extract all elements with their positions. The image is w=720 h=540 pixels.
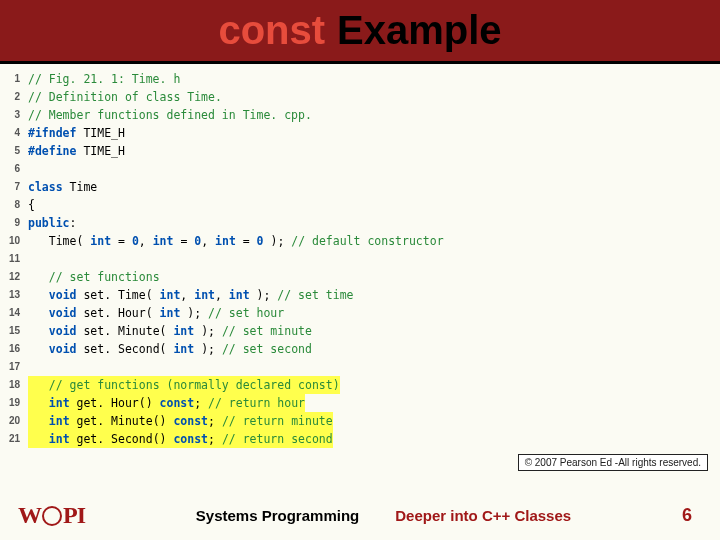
code-token: const <box>173 414 208 428</box>
code-token: , <box>215 288 229 302</box>
code-content: Time( int = 0, int = 0, int = 0 ); // de… <box>28 232 444 250</box>
title-keyword: const <box>218 8 325 53</box>
line-number: 19 <box>0 394 28 412</box>
code-token: // Definition of class Time. <box>28 90 222 104</box>
code-token: void <box>49 324 77 338</box>
line-number: 10 <box>0 232 28 250</box>
code-line: 16 void set. Second( int ); // set secon… <box>0 340 720 358</box>
code-token: 0 <box>257 234 264 248</box>
code-token: int <box>90 234 111 248</box>
code-content: int get. Minute() const; // return minut… <box>28 412 333 430</box>
code-token: int <box>49 414 70 428</box>
code-token: // set functions <box>49 270 160 284</box>
logo-letter: PI <box>63 502 85 529</box>
code-line: 2// Definition of class Time. <box>0 88 720 106</box>
code-token: ); <box>194 342 222 356</box>
code-token: // return hour <box>208 396 305 410</box>
code-token: ; <box>208 432 222 446</box>
code-line: 7class Time <box>0 178 720 196</box>
wpi-logo: WPI <box>18 502 85 529</box>
code-line: 5#define TIME_H <box>0 142 720 160</box>
code-token: int <box>49 396 70 410</box>
code-token: ; <box>194 396 208 410</box>
line-number: 4 <box>0 124 28 142</box>
code-token: ; <box>208 414 222 428</box>
highlighted-code: int get. Second() const; // return secon… <box>28 430 333 448</box>
line-number: 6 <box>0 160 28 178</box>
code-token: // Fig. 21. 1: Time. h <box>28 72 180 86</box>
code-token: = <box>236 234 257 248</box>
code-content: #ifndef TIME_H <box>28 124 125 142</box>
code-token: // return second <box>222 432 333 446</box>
line-number: 17 <box>0 358 28 376</box>
code-token: int <box>173 342 194 356</box>
code-token: Time <box>70 180 98 194</box>
code-line: 18 // get functions (normally declared c… <box>0 376 720 394</box>
code-line: 10 Time( int = 0, int = 0, int = 0 ); //… <box>0 232 720 250</box>
line-number: 2 <box>0 88 28 106</box>
code-listing: 1// Fig. 21. 1: Time. h2// Definition of… <box>0 64 720 448</box>
code-token <box>28 342 49 356</box>
code-token: void <box>49 288 77 302</box>
logo-letter: W <box>18 502 41 529</box>
footer-label-right: Deeper into C++ Classes <box>395 507 571 524</box>
code-token: , <box>139 234 153 248</box>
code-line: 1// Fig. 21. 1: Time. h <box>0 70 720 88</box>
code-token: // Member functions defined in Time. cpp… <box>28 108 312 122</box>
code-line: 4#ifndef TIME_H <box>0 124 720 142</box>
line-number: 16 <box>0 340 28 358</box>
code-line: 6 <box>0 160 720 178</box>
code-token <box>28 288 49 302</box>
code-content: // Fig. 21. 1: Time. h <box>28 70 180 88</box>
line-number: 8 <box>0 196 28 214</box>
highlighted-code: // get functions (normally declared cons… <box>28 376 340 394</box>
code-token: public <box>28 216 70 230</box>
code-token <box>28 396 49 410</box>
code-token: set. Minute( <box>76 324 173 338</box>
code-token: { <box>28 198 35 212</box>
code-token: = <box>111 234 132 248</box>
code-line: 3// Member functions defined in Time. cp… <box>0 106 720 124</box>
line-number: 11 <box>0 250 28 268</box>
code-content: void set. Minute( int ); // set minute <box>28 322 312 340</box>
highlighted-code: int get. Hour() const; // return hour <box>28 394 305 412</box>
code-line: 19 int get. Hour() const; // return hour <box>0 394 720 412</box>
code-token: get. Minute() <box>70 414 174 428</box>
code-line: 21 int get. Second() const; // return se… <box>0 430 720 448</box>
code-token: ); <box>194 324 222 338</box>
code-token <box>28 270 49 284</box>
code-token: void <box>49 306 77 320</box>
line-number: 13 <box>0 286 28 304</box>
line-number: 15 <box>0 322 28 340</box>
line-number: 21 <box>0 430 28 448</box>
code-token: const <box>160 396 195 410</box>
code-token: // set hour <box>208 306 284 320</box>
code-token: = <box>173 234 194 248</box>
code-token: const <box>173 432 208 446</box>
code-content: // Definition of class Time. <box>28 88 222 106</box>
code-token: int <box>215 234 236 248</box>
code-token <box>28 378 49 392</box>
code-token <box>28 432 49 446</box>
footer-center: Systems Programming Deeper into C++ Clas… <box>85 507 682 524</box>
title-text: Example <box>337 8 502 53</box>
code-token: // get functions (normally declared cons… <box>49 378 340 392</box>
footer-label-left: Systems Programming <box>196 507 359 524</box>
code-token: ); <box>180 306 208 320</box>
code-line: 8{ <box>0 196 720 214</box>
code-token: int <box>160 306 181 320</box>
code-content: // get functions (normally declared cons… <box>28 376 340 394</box>
code-content: void set. Time( int, int, int ); // set … <box>28 286 354 304</box>
highlighted-code: int get. Minute() const; // return minut… <box>28 412 333 430</box>
code-token: #ifndef <box>28 126 83 140</box>
code-token: int <box>153 234 174 248</box>
code-token: TIME_H <box>83 144 125 158</box>
line-number: 3 <box>0 106 28 124</box>
copyright-notice: © 2007 Pearson Ed -All rights reserved. <box>518 454 708 471</box>
line-number: 7 <box>0 178 28 196</box>
code-token: #define <box>28 144 83 158</box>
code-content: { <box>28 196 35 214</box>
code-token: get. Hour() <box>70 396 160 410</box>
code-token: : <box>70 216 77 230</box>
code-token: , <box>201 234 215 248</box>
